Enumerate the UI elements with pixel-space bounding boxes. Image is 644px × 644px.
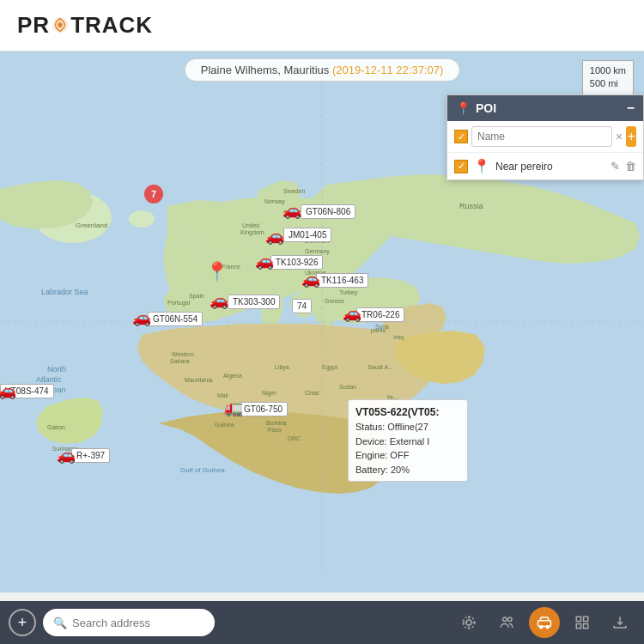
svg-point-57	[503, 617, 507, 622]
svg-text:Labrador Sea: Labrador Sea	[41, 288, 88, 296]
vehicle-label-tk103926[interactable]: TK103-926	[270, 255, 323, 270]
svg-point-4	[129, 210, 155, 228]
svg-text:Gabon: Gabon	[47, 424, 65, 430]
download-icon	[612, 615, 628, 630]
poi-all-checkbox[interactable]: ✓	[454, 130, 468, 143]
vehicle-icon-gt06750: 🚛	[224, 398, 243, 417]
poi-edit-button[interactable]: ✎	[611, 160, 620, 173]
grid-icon-button[interactable]	[567, 607, 598, 638]
vehicle-icon-gt06n806: 🚗	[283, 201, 301, 220]
search-icon: 🔍	[53, 617, 67, 629]
svg-text:Egypt: Egypt	[322, 364, 337, 371]
add-button[interactable]: +	[9, 609, 36, 636]
svg-text:Mauritania: Mauritania	[185, 377, 213, 383]
svg-point-6	[173, 222, 187, 242]
vehicle-label-74[interactable]: 74	[292, 299, 312, 313]
svg-text:Western: Western	[172, 351, 194, 357]
download-icon-button[interactable]	[605, 607, 635, 638]
map-marker-red[interactable]: 📍	[205, 261, 228, 283]
popup-status: Status: Offline(27	[355, 420, 460, 434]
vehicle-label-tk303300[interactable]: TK303-300	[228, 295, 280, 309]
svg-text:Germany: Germany	[305, 248, 330, 255]
svg-text:Atlantic: Atlantic	[36, 375, 62, 384]
svg-point-58	[508, 617, 513, 622]
cluster-badge[interactable]: 7	[144, 185, 163, 204]
popup-battery: Battery: 20%	[355, 463, 460, 477]
poi-delete-button[interactable]: 🗑	[625, 160, 636, 173]
svg-point-60	[540, 626, 543, 629]
vehicle-label-r397[interactable]: R+-397	[71, 448, 110, 463]
svg-point-1	[58, 23, 63, 27]
svg-text:North: North	[47, 365, 66, 374]
search-bar[interactable]: 🔍	[43, 609, 215, 636]
svg-text:Greece: Greece	[325, 298, 344, 304]
poi-name-input[interactable]	[471, 126, 612, 147]
svg-rect-59	[538, 621, 551, 627]
people-icon	[499, 615, 514, 630]
svg-text:Chad: Chad	[305, 390, 319, 396]
svg-text:Libya: Libya	[275, 364, 289, 371]
svg-rect-62	[576, 617, 580, 621]
logo-pre: PR	[17, 12, 50, 38]
svg-text:Greenland: Greenland	[76, 222, 107, 229]
svg-text:Turkey: Turkey	[339, 289, 358, 296]
scale-km: 1000 km	[590, 64, 626, 77]
vehicle-label-gt06n554[interactable]: GT06N-554	[148, 312, 203, 326]
map-datetime: (2019-12-11 22:37:07)	[332, 64, 443, 76]
poi-item-row: ✓ 📍 Near pereiro ✎ 🗑	[447, 153, 643, 179]
vehicle-label-gt06n806[interactable]: GT06N-806	[301, 204, 355, 219]
svg-text:Portugal: Portugal	[167, 300, 191, 307]
vehicle-label-jm01405[interactable]: JM01-405	[283, 228, 331, 242]
people-icon-button[interactable]	[491, 607, 522, 638]
vehicle-icon-r397: 🚗	[57, 446, 76, 465]
grid-icon	[574, 615, 590, 630]
vehicle-icon-button[interactable]	[529, 607, 560, 638]
poi-panel: 📍 POI − ✓ × + ✓ 📍 Near pereiro ✎ 🗑	[447, 94, 644, 180]
app-header: PRTRACK	[0, 0, 644, 52]
poi-header: 📍 POI −	[447, 95, 643, 121]
popup-title: VT05S-622(VT05:	[355, 404, 460, 420]
scale-mi: 500 mi	[590, 77, 626, 90]
svg-text:Algeria: Algeria	[223, 373, 242, 380]
svg-text:DRC: DRC	[288, 435, 301, 441]
svg-text:Faso: Faso	[268, 427, 282, 433]
poi-collapse-button[interactable]: −	[627, 100, 635, 116]
svg-text:Burkina: Burkina	[266, 420, 287, 426]
app-logo: PRTRACK	[17, 12, 153, 39]
vehicle-icon-vt08s474: 🚗	[0, 381, 16, 400]
vehicle-icon-tk103926: 🚗	[255, 252, 274, 270]
svg-text:Niger: Niger	[262, 390, 276, 397]
location-text: Plaine Wilhems, Mauritius	[201, 64, 330, 76]
svg-text:Russia: Russia	[459, 202, 483, 210]
poi-item-checkbox[interactable]: ✓	[454, 160, 468, 173]
popup-device: Device: External I	[355, 434, 460, 449]
svg-text:Spain: Spain	[189, 293, 204, 300]
location-icon	[461, 615, 477, 630]
vehicle-detail-popup: VT05S-622(VT05: Status: Offline(27 Devic…	[348, 399, 468, 482]
svg-text:pania: pania	[371, 327, 386, 334]
poi-pin-icon: 📍	[456, 101, 471, 115]
svg-text:Kingdom: Kingdom	[240, 229, 264, 236]
poi-search-row: ✓ × +	[447, 121, 643, 153]
map-scale: 1000 km 500 mi	[582, 60, 634, 95]
vehicle-label-gt06750[interactable]: GT06-750	[239, 402, 288, 416]
poi-clear-button[interactable]: ×	[616, 130, 623, 143]
map-container[interactable]: Labrador Sea North Atlantic Ocean Gulf o…	[0, 52, 644, 592]
poi-add-button[interactable]: +	[626, 126, 636, 147]
location-icon-button[interactable]	[453, 607, 484, 638]
poi-item-icon: 📍	[473, 158, 490, 174]
search-address-input[interactable]	[72, 617, 204, 629]
svg-rect-64	[576, 624, 580, 629]
vehicle-icon-tk116463: 🚗	[301, 270, 320, 289]
svg-text:Gulf of Guinea: Gulf of Guinea	[180, 466, 225, 474]
svg-point-51	[466, 620, 471, 625]
svg-rect-65	[584, 624, 588, 629]
svg-text:United: United	[242, 222, 259, 228]
vehicle-icon-jm01405: 🚗	[265, 227, 284, 246]
logo-icon	[51, 15, 70, 34]
svg-text:Sudan: Sudan	[339, 384, 356, 390]
vehicle-label-tr06226[interactable]: TR06-226	[356, 307, 404, 322]
vehicle-label-tk116463[interactable]: TK116-463	[316, 273, 368, 288]
svg-text:Iraq: Iraq	[393, 334, 404, 341]
svg-text:Sweden: Sweden	[283, 188, 305, 194]
